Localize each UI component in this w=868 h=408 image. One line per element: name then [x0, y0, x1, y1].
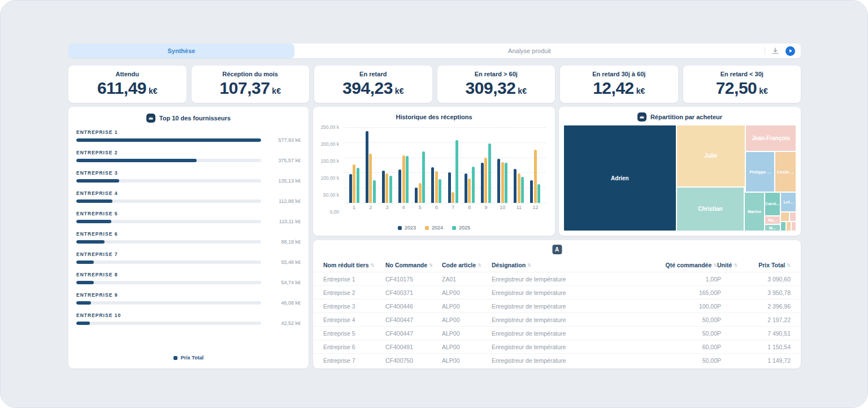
bar-2023[interactable] [415, 188, 418, 203]
bar-2024[interactable] [534, 150, 537, 203]
table-row[interactable]: Entreprise 1CF410175ZA01Enregistreur de … [313, 272, 801, 285]
kpi-unit: k€ [518, 86, 527, 96]
treemap-block[interactable]: Carol... [765, 192, 780, 215]
legend-swatch [398, 226, 402, 230]
treemap-block[interactable]: Leï... [780, 192, 796, 211]
bar-2025[interactable] [357, 168, 359, 203]
bar-2025[interactable] [439, 179, 441, 203]
bar-2025[interactable] [422, 151, 425, 203]
supplier-bar[interactable] [76, 159, 261, 162]
column-header-label: Désignation [492, 262, 526, 268]
supplier-bar[interactable] [76, 301, 261, 305]
bar-2024[interactable] [501, 162, 504, 203]
bar-2024[interactable] [369, 154, 372, 203]
treemap-block[interactable]: Adrien [563, 125, 676, 231]
column-header-7[interactable]: Prix Total⇅ [740, 262, 791, 268]
table-cell: CF400447 [385, 316, 442, 323]
table-cell: Enregistreur de température [492, 357, 615, 364]
bar-2024[interactable] [518, 173, 520, 203]
bar-2023[interactable] [497, 159, 500, 203]
bar-2025[interactable] [537, 184, 540, 203]
table-row[interactable]: Entreprise 3CF400446ALP00Enregistreur de… [313, 299, 801, 312]
month-group [445, 127, 461, 203]
bar-2023[interactable] [366, 131, 368, 203]
treemap-block[interactable] [786, 222, 791, 231]
legend-item-2025[interactable]: 2025 [452, 225, 470, 231]
font-size-button[interactable]: A [552, 245, 562, 254]
bar-2025[interactable] [488, 144, 491, 203]
treemap-block[interactable]: Na... [765, 216, 780, 225]
table-cell: P [717, 344, 740, 350]
kpi-unit: k€ [759, 86, 768, 96]
bar-2023[interactable] [514, 169, 517, 203]
tab-analyse-produit[interactable]: Analyse produit [294, 44, 765, 58]
bar-2025[interactable] [373, 180, 376, 203]
treemap-block[interactable]: Cécile ... [775, 151, 796, 192]
supplier-bar[interactable] [76, 138, 261, 142]
supplier-bar[interactable] [76, 179, 261, 183]
table-cell: Entreprise 7 [323, 357, 385, 364]
column-header-2[interactable]: No Commande⇅ [385, 262, 442, 268]
treemap-block[interactable]: M... [765, 224, 780, 231]
bar-2023[interactable] [382, 171, 385, 203]
bar-2025[interactable] [389, 176, 392, 203]
play-button[interactable] [785, 46, 795, 56]
bar-2024[interactable] [484, 158, 487, 203]
table-row[interactable]: Entreprise 7CF400750ALP00Enregistreur de… [313, 353, 801, 366]
supplier-bar[interactable] [76, 261, 261, 264]
bar-2024[interactable] [385, 173, 388, 203]
supplier-bar-row: 55,48 k€ [76, 259, 301, 265]
supplier-bar[interactable] [76, 322, 261, 325]
treemap-block[interactable] [791, 222, 796, 231]
column-header-4[interactable]: Désignation⇅ [492, 262, 615, 268]
treemap-block[interactable] [789, 212, 796, 222]
bar-2024[interactable] [353, 164, 355, 203]
bar-2024[interactable] [452, 192, 454, 203]
bar-2024[interactable] [468, 179, 471, 203]
bar-2024[interactable] [402, 155, 405, 203]
tab-synthese[interactable]: Synthèse [68, 44, 294, 58]
download-icon[interactable] [771, 46, 780, 55]
table-cell: CF400447 [385, 330, 442, 337]
legend-item-2023[interactable]: 2023 [398, 225, 416, 231]
legend-item-2024[interactable]: 2024 [425, 225, 443, 231]
column-header-5[interactable]: Qté commandée⇅ [615, 262, 717, 268]
bar-2024[interactable] [419, 183, 422, 203]
bar-2023[interactable] [448, 172, 451, 203]
bar-2025[interactable] [455, 140, 458, 203]
bar-2023[interactable] [349, 174, 352, 203]
supplier-bar[interactable] [76, 220, 261, 223]
table-row[interactable]: Entreprise 2CF400371ALP00Enregistreur de… [313, 285, 801, 299]
bar-2023[interactable] [431, 167, 434, 203]
bar-2023[interactable] [465, 173, 467, 203]
column-header-1[interactable]: Nom réduit tiers⇅ [323, 262, 385, 268]
supplier-bar[interactable] [76, 199, 261, 203]
table-cell: Enregistreur de température [492, 316, 615, 323]
treemap-block[interactable]: Marine [744, 192, 765, 231]
supplier-bar[interactable] [76, 240, 261, 244]
column-header-6[interactable]: Unité⇅ [717, 262, 740, 268]
orders-panel: A Nom réduit tiers⇅No Commande⇅Code arti… [313, 240, 801, 368]
bar-2025[interactable] [406, 156, 409, 203]
bar-2023[interactable] [398, 170, 401, 203]
column-header-3[interactable]: Code article⇅ [442, 262, 492, 268]
treemap-block[interactable]: Philippe ... [745, 151, 775, 192]
treemap-block[interactable]: Christian [676, 187, 744, 231]
bar-2023[interactable] [530, 180, 533, 203]
treemap-block[interactable] [780, 222, 786, 231]
bar-2025[interactable] [472, 167, 475, 203]
bar-2025[interactable] [521, 177, 524, 203]
bar-2023[interactable] [481, 163, 484, 203]
bar-2025[interactable] [505, 163, 507, 203]
bar-2024[interactable] [435, 171, 438, 203]
treemap-block[interactable]: Jean-François [745, 125, 796, 151]
table-row[interactable]: Entreprise 5CF400447ALP00Enregistreur de… [313, 326, 801, 340]
top10-legend[interactable]: Prix Total [76, 355, 301, 362]
treemap-block[interactable] [780, 212, 789, 222]
x-tick-label: 7 [445, 205, 461, 210]
kpi-number: 309,32 [466, 79, 516, 98]
supplier-bar[interactable] [76, 281, 261, 284]
treemap-block[interactable]: Julie [676, 125, 745, 187]
table-row[interactable]: Entreprise 4CF400447ALP00Enregistreur de… [313, 312, 801, 326]
table-row[interactable]: Entreprise 6CF400491ALP00Enregistreur de… [313, 340, 801, 353]
